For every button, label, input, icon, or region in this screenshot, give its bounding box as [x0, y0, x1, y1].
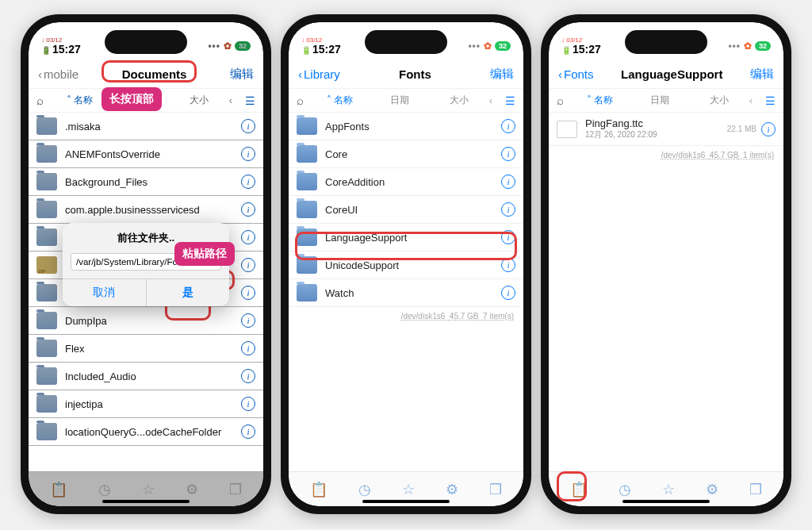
- file-icon: [557, 121, 577, 138]
- nav-bar: ‹ Fonts LanguageSupport 编辑: [549, 60, 783, 89]
- folder-icon: [297, 117, 317, 135]
- sort-bar: ⌕ 名称 日期 大小 ‹ ☰: [549, 89, 783, 113]
- battery-pill: 32: [495, 41, 511, 51]
- chevron-left-icon[interactable]: ‹: [489, 94, 492, 106]
- page-title: Fonts: [399, 67, 431, 81]
- sort-name[interactable]: 名称: [576, 94, 623, 107]
- home-indicator[interactable]: [362, 500, 450, 503]
- back-label: Library: [304, 67, 340, 81]
- sort-date[interactable]: 日期: [376, 94, 423, 107]
- disk-footer: /dev/disk1s6 45.7 GB 1 item(s): [549, 146, 783, 164]
- folder-icon: [297, 256, 317, 274]
- dynamic-island: [365, 30, 447, 54]
- home-indicator[interactable]: [102, 500, 190, 503]
- recent-icon[interactable]: ◷: [619, 481, 631, 498]
- file-name: UnicodeSupport: [325, 259, 501, 271]
- back-label: Fonts: [564, 67, 594, 81]
- file-size: 22.1 MB: [727, 125, 756, 133]
- file-row[interactable]: PingFang.ttc12月 26, 2020 22:0922.1 MBi: [549, 113, 783, 146]
- goto-folder-popup: 前往文件夹.. /var/jb/System/Library/Fonts 取消 …: [63, 223, 229, 306]
- status-extra-icon: ✿: [744, 40, 752, 52]
- popup-confirm-button[interactable]: 是: [147, 279, 230, 306]
- file-row[interactable]: LanguageSupporti: [289, 224, 523, 252]
- settings-icon[interactable]: ⚙: [706, 481, 718, 498]
- popup-title: 前往文件夹..: [63, 223, 229, 248]
- page-title: LanguageSupport: [621, 67, 722, 81]
- signal-icon: •••: [728, 40, 741, 52]
- info-icon[interactable]: i: [501, 286, 515, 300]
- file-list[interactable]: AppFontsiCoreiCoreAdditioniCoreUIiLangua…: [289, 113, 523, 471]
- file-row[interactable]: Watchi: [289, 279, 523, 307]
- phone-3: 03/12 15:27 ••• ✿ 32 ‹ Fonts LanguageSup…: [541, 14, 791, 514]
- chevron-left-icon[interactable]: ‹: [749, 94, 753, 106]
- view-mode-icon[interactable]: ☰: [505, 94, 515, 107]
- chevron-left-icon: ‹: [298, 67, 302, 81]
- file-name: AppFonts: [325, 121, 501, 132]
- windows-icon[interactable]: ❐: [489, 481, 502, 498]
- clipboard-icon[interactable]: 📋: [310, 481, 327, 498]
- folder-icon: [297, 284, 317, 301]
- info-icon[interactable]: i: [501, 175, 515, 189]
- info-icon[interactable]: i: [501, 202, 515, 217]
- settings-icon[interactable]: ⚙: [446, 481, 458, 498]
- sort-name[interactable]: 名称: [316, 94, 363, 107]
- search-icon[interactable]: ⌕: [297, 94, 304, 107]
- popup-path-input[interactable]: /var/jb/System/Library/Fonts: [71, 253, 221, 271]
- file-subtext: 12月 26, 2020 22:09: [585, 129, 727, 140]
- windows-icon[interactable]: ❐: [749, 481, 762, 498]
- status-time: 15:27: [301, 44, 341, 55]
- popup-overlay: 前往文件夹.. /var/jb/System/Library/Fonts 取消 …: [29, 22, 263, 506]
- favorite-icon[interactable]: ☆: [662, 481, 675, 498]
- back-button[interactable]: ‹ Fonts: [558, 67, 594, 81]
- info-icon[interactable]: i: [501, 147, 515, 161]
- edit-button[interactable]: 编辑: [750, 67, 774, 82]
- favorite-icon[interactable]: ☆: [402, 481, 415, 498]
- info-icon[interactable]: i: [761, 122, 776, 136]
- clipboard-icon[interactable]: 📋: [570, 481, 588, 498]
- file-name: Watch: [325, 287, 501, 299]
- phone-2: 03/12 15:27 ••• ✿ 32 ‹ Library Fonts 编辑 …: [281, 14, 531, 514]
- edit-button[interactable]: 编辑: [490, 67, 514, 82]
- info-icon[interactable]: i: [501, 258, 515, 272]
- nav-bar: ‹ Library Fonts 编辑: [289, 60, 523, 89]
- file-row[interactable]: AppFontsi: [289, 113, 523, 140]
- folder-icon: [297, 145, 317, 163]
- sort-bar: ⌕ 名称 日期 大小 ‹ ☰: [289, 89, 523, 113]
- file-list[interactable]: PingFang.ttc12月 26, 2020 22:0922.1 MBi/d…: [549, 113, 783, 471]
- file-row[interactable]: CoreAdditioni: [289, 168, 523, 196]
- dynamic-island: [625, 30, 707, 54]
- folder-icon: [297, 229, 317, 246]
- file-name: CoreAddition: [325, 176, 501, 188]
- home-indicator[interactable]: [622, 500, 710, 503]
- back-button[interactable]: ‹ Library: [298, 67, 340, 81]
- chevron-left-icon: ‹: [558, 67, 562, 81]
- folder-icon: [297, 173, 317, 190]
- file-name: PingFang.ttc: [585, 117, 727, 129]
- file-name: CoreUI: [325, 204, 501, 216]
- file-name: LanguageSupport: [325, 232, 501, 244]
- status-extra-icon: ✿: [484, 40, 492, 52]
- phone-1: 03/12 15:27 ••• ✿ 32 ‹ mobile Documents …: [21, 14, 271, 514]
- file-row[interactable]: CoreUIi: [289, 196, 523, 224]
- sort-size[interactable]: 大小: [695, 94, 742, 107]
- signal-icon: •••: [468, 40, 481, 52]
- file-row[interactable]: UnicodeSupporti: [289, 252, 523, 279]
- search-icon[interactable]: ⌕: [557, 94, 564, 107]
- view-mode-icon[interactable]: ☰: [765, 94, 776, 107]
- info-icon[interactable]: i: [501, 230, 515, 244]
- disk-footer: /dev/disk1s6 45.7 GB 7 item(s): [289, 307, 523, 325]
- file-name: Core: [325, 148, 501, 160]
- recent-icon[interactable]: ◷: [358, 481, 371, 498]
- popup-cancel-button[interactable]: 取消: [63, 279, 147, 306]
- battery-pill: 32: [755, 41, 771, 51]
- status-time: 15:27: [561, 44, 601, 55]
- file-row[interactable]: Corei: [289, 140, 523, 168]
- sort-size[interactable]: 大小: [435, 94, 482, 107]
- folder-icon: [297, 201, 317, 218]
- sort-date[interactable]: 日期: [636, 94, 683, 107]
- info-icon[interactable]: i: [501, 119, 515, 133]
